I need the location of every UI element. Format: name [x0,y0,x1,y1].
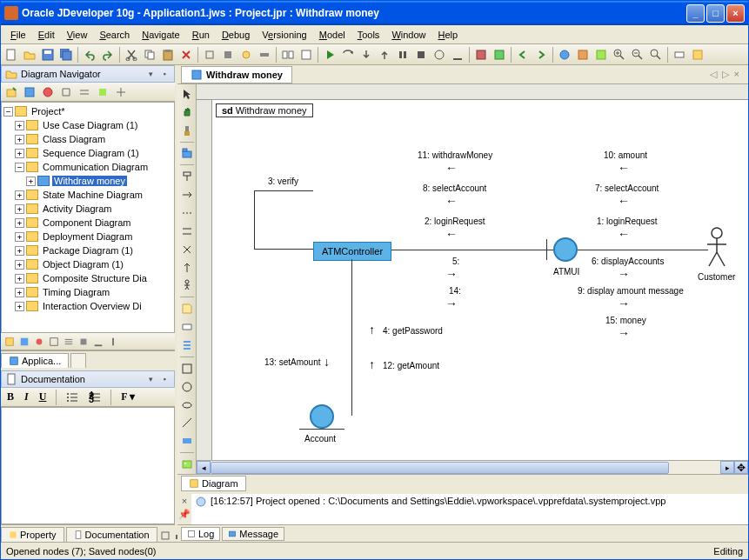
nav-bt-6[interactable] [77,335,90,349]
bl-btn-1[interactable] [159,530,171,542]
zoom-fit-button[interactable] [647,46,665,63]
save-button[interactable] [39,46,57,63]
tool-8[interactable] [179,397,195,413]
nav-tb-7[interactable] [112,83,130,101]
run-button[interactable] [321,46,338,63]
editor-prev-button[interactable]: ◁ [710,69,717,80]
nav-tb-2[interactable] [21,83,38,101]
tool-6[interactable] [179,361,195,377]
tb-btn-12[interactable] [574,46,592,63]
tb-btn-11[interactable] [556,46,573,63]
bold-button[interactable]: B [4,390,17,404]
zoom-in-button[interactable] [611,46,628,63]
font-button[interactable]: F ▾ [118,390,137,404]
paste-button[interactable] [159,46,177,63]
scroll-right-button[interactable]: ▸ [720,461,734,474]
log-close-button[interactable]: × [182,496,187,506]
tab-other[interactable] [70,353,86,368]
nav-bt-8[interactable] [106,335,120,349]
menu-navigate[interactable]: Navigate [136,28,185,42]
expand-icon[interactable]: + [15,260,24,270]
nav-bt-7[interactable] [91,335,105,349]
link-atm-account[interactable] [351,259,352,416]
expand-icon[interactable]: + [15,121,24,130]
debug-step-out-button[interactable] [376,46,393,63]
nav-tb-3[interactable] [39,83,57,101]
tab-property[interactable]: Property [1,527,64,542]
tool-3[interactable] [179,242,195,257]
link-atm-atmui[interactable] [391,250,565,250]
tb-btn-7[interactable] [431,46,448,63]
scrollbar-horizontal[interactable]: ◂ ▸ ✥ [197,460,748,474]
tool-1[interactable] [179,205,195,221]
tb-btn-8[interactable] [449,46,466,63]
expand-icon[interactable]: + [15,204,24,214]
menu-versioning[interactable]: Versioning [256,28,312,42]
atmui-node[interactable] [553,237,578,262]
editor-close-button[interactable]: × [734,69,739,80]
menu-edit[interactable]: Edit [32,28,61,42]
doc-textarea[interactable] [1,407,175,524]
nav-bt-3[interactable] [32,335,46,349]
list-ol-button[interactable]: 123 [86,390,104,404]
expand-icon[interactable]: + [15,302,24,311]
tool-10[interactable] [179,433,195,449]
tree-item[interactable]: +Composite Structure Dia [3,271,172,285]
tab-documentation[interactable]: Documentation [66,527,157,542]
customer-node[interactable] [705,227,729,270]
nav-tb-5[interactable] [76,83,93,101]
tb-btn-1[interactable] [201,46,218,63]
tree-item[interactable]: +Deployment Diagram [3,230,172,243]
tree-item[interactable]: +Interaction Overview Di [3,299,172,313]
nav-bt-5[interactable] [62,335,76,349]
tool-4[interactable] [179,260,195,276]
pan-button[interactable]: ✥ [734,461,748,474]
delete-button[interactable] [177,46,195,63]
expand-icon[interactable]: + [15,190,24,200]
tree-item[interactable]: +Class Diagram [3,132,172,146]
tree-item[interactable]: +Activity Diagram [3,202,172,216]
nav-tb-6[interactable] [94,83,111,101]
minimize-button[interactable]: _ [686,4,705,23]
tb-btn-2[interactable] [219,46,237,63]
nav-bt-4[interactable] [47,335,61,349]
lifeline-tool[interactable] [179,169,195,184]
tree-item[interactable]: −Communication Diagram [3,160,172,174]
menu-file[interactable]: File [4,28,32,42]
scroll-left-button[interactable]: ◂ [197,461,211,474]
actor-tool[interactable] [179,278,195,294]
save-all-button[interactable] [57,46,75,63]
tree-item[interactable]: +Object Diagram (1) [3,257,172,271]
self-message-verify[interactable] [254,190,313,250]
tree-item[interactable]: +Timing Diagram [3,285,172,299]
forward-button[interactable] [532,46,550,63]
log-body[interactable]: [16:12:57] Project opened : C:\Documents… [191,494,748,524]
scroll-thumb[interactable] [211,462,669,474]
menu-search[interactable]: Search [93,28,136,42]
underline-button[interactable]: U [37,390,50,404]
pause-button[interactable] [394,46,411,63]
cut-button[interactable] [123,46,140,63]
undo-button[interactable] [81,46,98,63]
expand-icon[interactable]: + [15,149,24,158]
debug-step-into-button[interactable] [358,46,375,63]
open-button[interactable] [21,46,38,63]
menu-run[interactable]: Run [186,28,216,42]
tb-btn-15[interactable] [689,46,706,63]
nav-bt-1[interactable] [3,335,17,349]
log-pin-button[interactable]: 📌 [178,509,191,520]
list-ul-button[interactable] [64,390,81,404]
collapse-icon[interactable]: − [15,163,24,172]
tree-item[interactable]: +Use Case Diagram (1) [3,118,172,132]
tb-btn-6[interactable] [298,46,315,63]
link-atmui-customer[interactable] [578,250,708,250]
image-tool[interactable] [179,457,195,472]
tab-log[interactable]: Log [181,527,220,541]
tree-item[interactable]: +Package Diagram (1) [3,243,172,257]
atm-controller-node[interactable]: ATMController [313,242,391,261]
new-button[interactable] [3,46,20,63]
collapse-icon[interactable]: − [3,107,13,117]
editor-tab[interactable]: Withdraw money [181,66,292,83]
tree-item[interactable]: +Withdraw money [3,174,172,188]
tree-item[interactable]: +Sequence Diagram (1) [3,146,172,160]
